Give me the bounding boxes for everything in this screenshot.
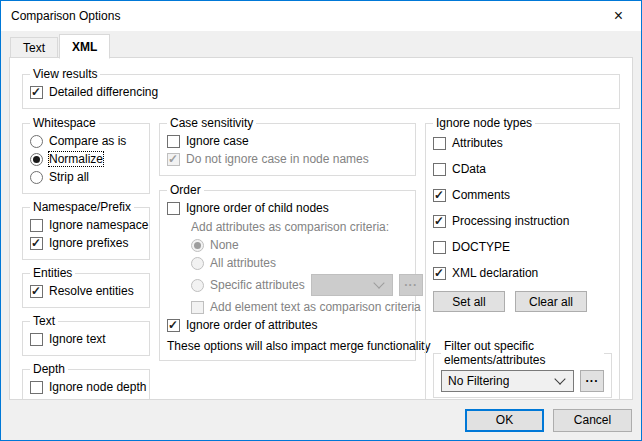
checkbox-label: Ignore order of attributes	[186, 318, 317, 332]
group-filter: Filter out specific elements/attributes …	[433, 339, 612, 398]
dialog-footer: OK Cancel	[1, 400, 641, 440]
right-column: Ignore node types Attributes CData Comme…	[425, 116, 620, 400]
checkbox-label: DOCTYPE	[452, 240, 510, 254]
checkbox-icon	[167, 135, 180, 148]
checkbox-cdata[interactable]: CData	[433, 162, 612, 176]
checkbox-ignore-prefixes[interactable]: Ignore prefixes	[30, 236, 142, 250]
group-whitespace-title: Whitespace	[30, 116, 99, 130]
checkbox-icon	[30, 333, 43, 346]
chevron-down-icon	[554, 373, 565, 384]
chevron-down-icon	[373, 277, 384, 288]
specific-attributes-browse-button: ...	[399, 274, 423, 296]
group-order-title: Order	[167, 183, 204, 197]
radio-icon	[191, 279, 204, 292]
xml-tab-page: View results Detailed differencing White…	[9, 57, 633, 400]
checkbox-ignore-order-child-nodes[interactable]: Ignore order of child nodes	[167, 201, 408, 215]
left-column: Whitespace Compare as is Normalize Strip…	[22, 116, 150, 400]
radio-label: None	[210, 238, 239, 252]
filter-dropdown-value: No Filtering	[448, 374, 509, 388]
radio-icon	[191, 239, 204, 252]
spacer	[433, 312, 612, 335]
titlebar[interactable]: Comparison Options ×	[1, 1, 641, 31]
group-filter-title: Filter out specific elements/attributes	[441, 339, 604, 367]
group-ignore-node-types-title: Ignore node types	[433, 116, 535, 130]
group-case-sensitivity: Case sensitivity Ignore case Do not igno…	[159, 116, 416, 176]
checkbox-add-element-text: Add element text as comparison criteria	[191, 300, 408, 314]
radio-strip-all[interactable]: Strip all	[30, 170, 142, 184]
group-text: Text Ignore text	[22, 314, 150, 356]
radio-icon	[30, 171, 43, 184]
group-order: Order Ignore order of child nodes Add at…	[159, 183, 416, 361]
specific-attributes-dropdown	[311, 274, 393, 296]
group-depth-title: Depth	[30, 362, 68, 376]
comparison-options-dialog: Comparison Options × Text XML View resul…	[0, 0, 642, 441]
radio-label: Specific attributes	[210, 278, 305, 292]
checkbox-doctype[interactable]: DOCTYPE	[433, 240, 612, 254]
close-button[interactable]: ×	[596, 1, 641, 31]
checkbox-icon	[167, 153, 180, 166]
checkbox-ignore-text[interactable]: Ignore text	[30, 332, 142, 346]
checkbox-resolve-entities[interactable]: Resolve entities	[30, 284, 142, 298]
checkbox-processing-instruction[interactable]: Processing instruction	[433, 214, 612, 228]
checkbox-attributes[interactable]: Attributes	[433, 136, 612, 150]
checkbox-label: Ignore prefixes	[49, 236, 128, 250]
filter-browse-button[interactable]: ...	[580, 370, 604, 392]
checkbox-icon	[433, 189, 446, 202]
checkbox-icon	[167, 202, 180, 215]
merge-functionality-note: These options will also impact merge fun…	[167, 339, 408, 353]
checkbox-icon	[30, 237, 43, 250]
radio-icon	[30, 153, 43, 166]
tab-strip: Text XML	[1, 31, 641, 58]
checkbox-label: Do not ignore case in node names	[186, 152, 369, 166]
checkbox-label: Detailed differencing	[49, 85, 158, 99]
tab-text[interactable]: Text	[10, 37, 58, 58]
checkbox-label: Ignore text	[49, 332, 106, 346]
filter-dropdown[interactable]: No Filtering	[441, 370, 574, 392]
add-attributes-criteria-label: Add attributes as comparison criteria:	[191, 220, 408, 234]
group-ignore-node-types: Ignore node types Attributes CData Comme…	[425, 116, 620, 400]
group-view-results: View results Detailed differencing	[22, 67, 620, 109]
checkbox-label: Add element text as comparison criteria	[210, 300, 421, 314]
checkbox-icon	[191, 301, 204, 314]
checkbox-label: XML declaration	[452, 266, 538, 280]
cancel-button[interactable]: Cancel	[553, 409, 632, 432]
clear-all-button[interactable]: Clear all	[515, 291, 587, 312]
checkbox-icon	[30, 219, 43, 232]
checkbox-icon	[433, 163, 446, 176]
tab-xml[interactable]: XML	[59, 34, 110, 59]
checkbox-label: Ignore case	[186, 134, 249, 148]
radio-label: Strip all	[49, 170, 89, 184]
checkbox-comments[interactable]: Comments	[433, 188, 612, 202]
checkbox-icon	[433, 267, 446, 280]
checkbox-label: Ignore node depth	[49, 380, 146, 394]
radio-label: All attributes	[210, 256, 276, 270]
radio-icon	[191, 257, 204, 270]
group-view-results-title: View results	[30, 67, 100, 81]
checkbox-label: Ignore order of child nodes	[186, 201, 329, 215]
checkbox-icon	[433, 215, 446, 228]
checkbox-ignore-node-depth[interactable]: Ignore node depth	[30, 380, 142, 394]
radio-compare-as-is[interactable]: Compare as is	[30, 134, 142, 148]
checkbox-ignore-order-attributes[interactable]: Ignore order of attributes	[167, 318, 408, 332]
group-depth: Depth Ignore node depth	[22, 362, 150, 400]
checkbox-icon	[433, 137, 446, 150]
radio-icon	[30, 135, 43, 148]
group-text-title: Text	[30, 314, 58, 328]
checkbox-icon	[30, 86, 43, 99]
checkbox-no-ignore-case-node-names: Do not ignore case in node names	[167, 152, 408, 166]
ok-button[interactable]: OK	[465, 409, 544, 432]
set-all-button[interactable]: Set all	[433, 291, 505, 312]
checkbox-icon	[30, 381, 43, 394]
radio-specific-attributes: Specific attributes ...	[191, 274, 408, 296]
checkbox-label: Processing instruction	[452, 214, 569, 228]
checkbox-detailed-differencing[interactable]: Detailed differencing	[30, 85, 612, 99]
checkbox-ignore-namespace[interactable]: Ignore namespace	[30, 218, 142, 232]
close-icon: ×	[614, 8, 623, 24]
checkbox-xml-declaration[interactable]: XML declaration	[433, 266, 612, 280]
checkbox-ignore-case[interactable]: Ignore case	[167, 134, 408, 148]
radio-normalize[interactable]: Normalize	[30, 152, 142, 166]
checkbox-label: Attributes	[452, 136, 503, 150]
radio-none: None	[191, 238, 408, 252]
group-namespace-prefix: Namespace/Prefix Ignore namespace Ignore…	[22, 200, 150, 260]
group-whitespace: Whitespace Compare as is Normalize Strip…	[22, 116, 150, 194]
